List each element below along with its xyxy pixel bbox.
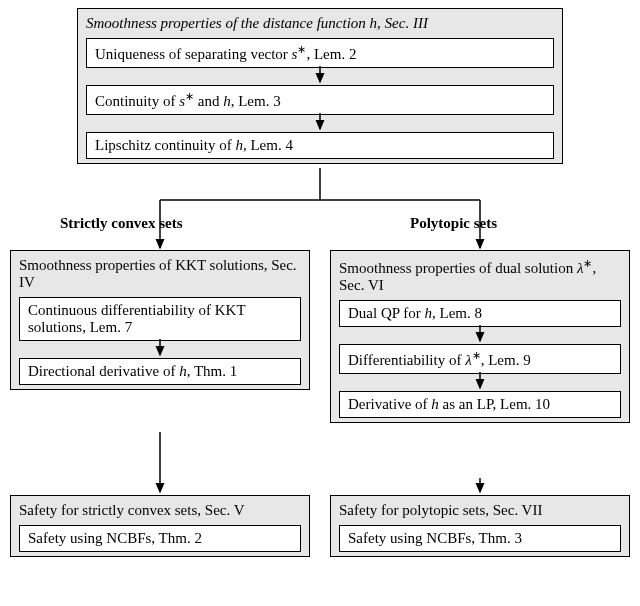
kkt-section: Smoothness properties of KKT solutions, … [10,250,310,390]
arrow-icon [473,325,487,347]
dual-section: Smoothness properties of dual solution λ… [330,250,630,423]
lemma-10-box: Derivative of h as an LP, Lem. 10 [339,391,621,418]
arrow-icon [313,113,327,135]
arrow-gap [339,374,621,391]
arrow-gap [86,68,554,85]
top-section-title: Smoothness properties of the distance fu… [86,15,554,32]
lemma-4-box: Lipschitz continuity of h, Lem. 4 [86,132,554,159]
lemma-8-box: Dual QP for h, Lem. 8 [339,300,621,327]
dual-section-title: Smoothness properties of dual solution λ… [339,257,621,294]
lemma-7-box: Continuous differentiability of KKT solu… [19,297,301,341]
branch-label-right: Polytopic sets [410,215,497,232]
arrow-icon [153,339,167,361]
kkt-section-title: Smoothness properties of KKT solutions, … [19,257,301,291]
safety-polytopic-title: Safety for polytopic sets, Sec. VII [339,502,621,519]
theorem-3-box: Safety using NCBFs, Thm. 3 [339,525,621,552]
arrow-icon [473,372,487,394]
theorem-2-box: Safety using NCBFs, Thm. 2 [19,525,301,552]
lemma-3-box: Continuity of s∗ and h, Lem. 3 [86,85,554,115]
lemma-2-box: Uniqueness of separating vector s∗, Lem.… [86,38,554,68]
lemma-9-box: Differentiability of λ∗, Lem. 9 [339,344,621,374]
branch-label-left: Strictly convex sets [60,215,182,232]
arrow-gap [339,327,621,344]
safety-convex-title: Safety for strictly convex sets, Sec. V [19,502,301,519]
diagram-canvas: Smoothness properties of the distance fu… [0,0,640,606]
safety-polytopic-section: Safety for polytopic sets, Sec. VII Safe… [330,495,630,557]
arrow-icon [313,66,327,88]
safety-convex-section: Safety for strictly convex sets, Sec. V … [10,495,310,557]
top-section: Smoothness properties of the distance fu… [77,8,563,164]
arrow-gap [86,115,554,132]
arrow-gap [19,341,301,358]
theorem-1-box: Directional derivative of h, Thm. 1 [19,358,301,385]
